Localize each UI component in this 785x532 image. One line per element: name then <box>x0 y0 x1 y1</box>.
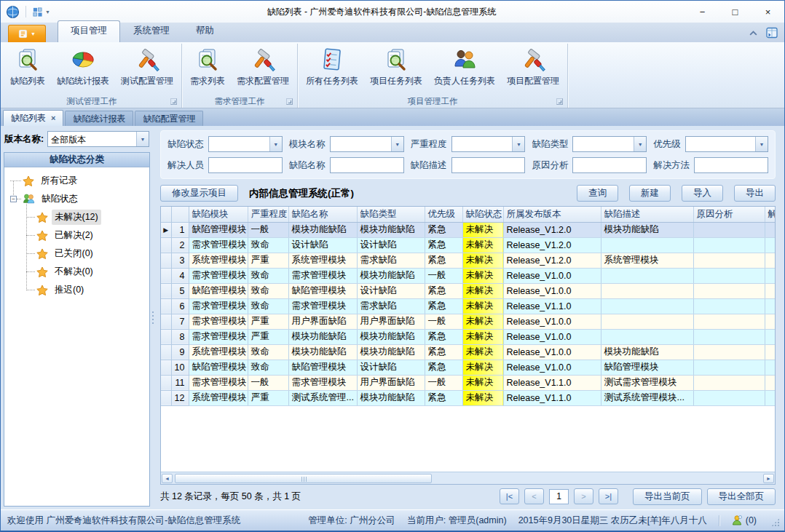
grid-cell[interactable]: 设计缺陷 <box>357 237 425 253</box>
message-indicator[interactable]: (0) <box>731 515 757 526</box>
table-row[interactable]: 6需求管理模块致命需求管理模块需求缺陷紧急未解决Release_V1.1.0 <box>161 298 775 314</box>
table-row[interactable]: 4需求管理模块致命需求管理模块模块功能缺陷一般未解决Release_V1.0.0 <box>161 268 775 283</box>
row-indicator-cell[interactable] <box>161 390 171 405</box>
ribbon-button[interactable]: 所有任务列表 <box>300 44 364 89</box>
grid-cell[interactable]: 模块功能缺陷 <box>357 390 425 405</box>
row-indicator-cell[interactable] <box>161 283 171 298</box>
grid-cell[interactable]: 系统管理模块 <box>288 253 357 268</box>
collapse-ribbon-icon[interactable] <box>749 30 758 36</box>
grid-cell[interactable]: Release_V1.2.0 <box>503 253 601 268</box>
grid-cell[interactable]: 模块功能缺陷 <box>357 344 425 360</box>
grid-cell[interactable]: 紧急 <box>425 329 462 344</box>
application-menu-button[interactable]: ▼ <box>8 25 46 42</box>
grid-cell[interactable] <box>693 268 765 283</box>
panel-splitter[interactable] <box>150 126 156 509</box>
column-header-5[interactable]: 缺陷状态 <box>462 207 503 222</box>
grid-cell[interactable]: 严重 <box>248 329 288 344</box>
column-header-2[interactable]: 缺陷名称 <box>288 207 357 222</box>
grid-cell[interactable] <box>765 314 775 329</box>
combo-dropdown-icon[interactable]: ▼ <box>755 137 768 151</box>
grid-cell[interactable]: 模块功能缺陷 <box>357 222 425 237</box>
grid-cell[interactable]: 致命 <box>248 344 288 360</box>
new-button[interactable]: 新建 <box>629 185 671 202</box>
grid-cell[interactable]: 致命 <box>248 360 288 375</box>
grid-cell[interactable] <box>693 390 765 405</box>
table-row[interactable]: 2需求管理模块致命设计缺陷设计缺陷紧急未解决Release_V1.2.0 <box>161 237 775 253</box>
grid-cell[interactable]: 用户界面缺陷 <box>357 314 425 329</box>
grid-cell[interactable] <box>693 314 765 329</box>
grid-cell[interactable]: 系统管理模块 <box>601 253 693 268</box>
grid-cell[interactable] <box>693 222 765 237</box>
grid-cell[interactable]: 需求管理模块 <box>288 375 357 390</box>
grid-cell[interactable]: Release_V1.0.0 <box>503 314 601 329</box>
grid-cell[interactable]: 严重 <box>248 390 288 405</box>
previous-page-button[interactable]: < <box>524 488 544 504</box>
grid-cell[interactable]: 一般 <box>425 268 462 283</box>
row-number-cell[interactable]: 4 <box>171 268 189 283</box>
tree-item-child[interactable]: 已关闭(0) <box>4 245 148 263</box>
grid-cell[interactable]: 需求管理模块 <box>189 298 248 314</box>
column-header-8[interactable]: 原因分析 <box>693 207 765 222</box>
table-row[interactable]: 5缺陷管理模块致命缺陷管理模块设计缺陷紧急未解决Release_V1.0.0 <box>161 283 775 298</box>
grid-cell[interactable] <box>601 329 693 344</box>
grid-cell[interactable]: 致命 <box>248 237 288 253</box>
row-number-cell[interactable]: 11 <box>171 375 189 390</box>
dialog-launcher-icon[interactable] <box>170 98 177 105</box>
column-header-3[interactable]: 缺陷类型 <box>357 207 425 222</box>
filter-combobox[interactable]: ▼ <box>685 136 768 152</box>
grid-cell[interactable]: 需求管理模块 <box>189 314 248 329</box>
grid-cell[interactable]: 设计缺陷 <box>357 360 425 375</box>
grid-cell[interactable]: 设计缺陷 <box>288 237 357 253</box>
scroll-right-icon[interactable]: ► <box>763 474 774 483</box>
grid-cell[interactable]: 模块功能缺陷 <box>288 344 357 360</box>
grid-cell[interactable]: 紧急 <box>425 390 462 405</box>
filter-text-input[interactable] <box>330 157 404 173</box>
row-indicator-cell[interactable] <box>161 253 171 268</box>
tree-item-child[interactable]: 未解决(12) <box>4 208 148 226</box>
dialog-launcher-icon[interactable] <box>286 98 293 105</box>
ribbon-button[interactable]: 负责人任务列表 <box>428 44 501 89</box>
filter-combobox[interactable]: ▼ <box>208 136 283 152</box>
grid-cell[interactable]: Release_V1.0.0 <box>503 283 601 298</box>
grid-cell[interactable]: 未解决 <box>462 253 503 268</box>
ribbon-tab-0[interactable]: 项目管理 <box>58 20 120 42</box>
grid-cell[interactable]: 致命 <box>248 283 288 298</box>
ribbon-button[interactable]: 测试配置管理 <box>115 44 179 89</box>
grid-cell[interactable]: 需求缺陷 <box>357 298 425 314</box>
table-row[interactable]: 7需求管理模块严重用户界面缺陷用户界面缺陷一般未解决Release_V1.0.0 <box>161 314 775 329</box>
grid-cell[interactable]: 紧急 <box>425 222 462 237</box>
grid-cell[interactable]: 模块功能缺陷 <box>288 222 357 237</box>
help-icon[interactable] <box>765 26 778 39</box>
document-tab-0[interactable]: 缺陷列表× <box>3 110 63 126</box>
table-row[interactable]: 12系统管理模块严重测试系统管理...模块功能缺陷紧急未解决Release_V1… <box>161 390 775 405</box>
grid-cell[interactable] <box>693 283 765 298</box>
modify-display-items-button[interactable]: 修改显示项目 <box>160 185 238 202</box>
grid-cell[interactable]: 未解决 <box>462 360 503 375</box>
row-number-cell[interactable]: 7 <box>171 314 189 329</box>
grid-cell[interactable]: 未解决 <box>462 314 503 329</box>
grid-cell[interactable]: 设计缺陷 <box>357 283 425 298</box>
grid-cell[interactable]: 紧急 <box>425 344 462 360</box>
maximize-button[interactable]: □ <box>719 1 752 23</box>
combo-dropdown-icon[interactable]: ▼ <box>512 137 524 151</box>
page-number-input[interactable] <box>549 489 569 504</box>
grid-cell[interactable]: Release_V1.0.0 <box>503 344 601 360</box>
grid-cell[interactable] <box>765 268 775 283</box>
table-row[interactable]: 9系统管理模块致命模块功能缺陷模块功能缺陷紧急未解决Release_V1.0.0… <box>161 344 775 360</box>
ribbon-button[interactable]: 项目任务列表 <box>364 44 428 89</box>
close-tab-icon[interactable]: × <box>51 114 55 122</box>
row-number-cell[interactable]: 8 <box>171 329 189 344</box>
grid-cell[interactable] <box>765 329 775 344</box>
row-number-cell[interactable]: 5 <box>171 283 189 298</box>
close-button[interactable]: × <box>752 1 784 23</box>
scrollbar-thumb[interactable] <box>175 474 432 483</box>
grid-cell[interactable]: 系统管理模块 <box>189 390 248 405</box>
grid-cell[interactable]: 用户界面缺陷 <box>288 314 357 329</box>
import-button[interactable]: 导入 <box>682 185 723 202</box>
grid-cell[interactable]: Release_V1.1.0 <box>503 298 601 314</box>
grid-cell[interactable]: 严重 <box>248 314 288 329</box>
grid-cell[interactable] <box>693 253 765 268</box>
grid-cell[interactable]: 测试系统管理... <box>288 390 357 405</box>
grid-cell[interactable]: 模块功能缺陷 <box>357 268 425 283</box>
grid-cell[interactable] <box>765 222 775 237</box>
